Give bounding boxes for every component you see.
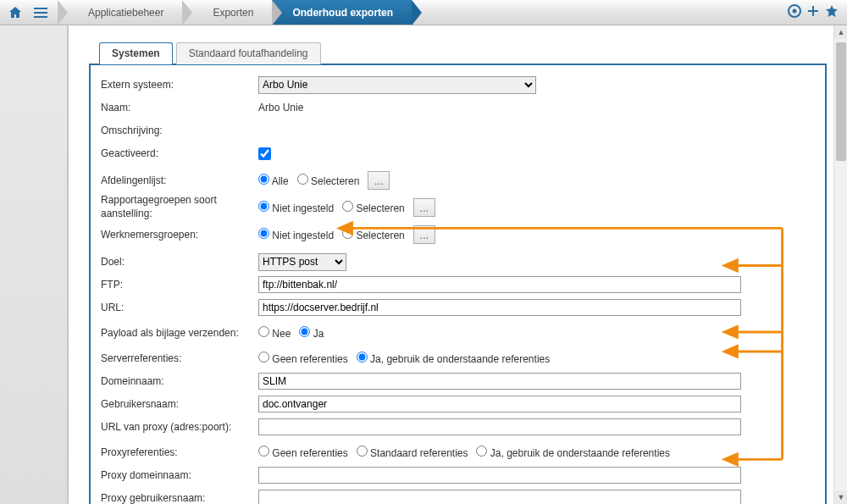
geactiveerd-checkbox[interactable] bbox=[258, 147, 271, 160]
svg-rect-1 bbox=[34, 12, 47, 14]
doel-label: Doel: bbox=[99, 256, 258, 268]
content: Systemen Standaard foutafhandeling Exter… bbox=[68, 25, 847, 504]
werknemers-radio-selecteren[interactable] bbox=[342, 228, 353, 239]
gebruikersnaam-input[interactable] bbox=[258, 396, 741, 413]
werknemers-select-button[interactable]: ... bbox=[413, 225, 435, 244]
werknemers-radio-niet[interactable] bbox=[258, 228, 269, 239]
scroll-down-icon[interactable]: ▼ bbox=[834, 490, 847, 504]
naam-value: Arbo Unie bbox=[258, 102, 303, 114]
serverref-radio-geen[interactable] bbox=[258, 352, 269, 363]
svg-rect-0 bbox=[34, 8, 47, 9]
payload-radio-nee[interactable] bbox=[258, 326, 269, 337]
url-label: URL: bbox=[99, 302, 258, 313]
left-rail bbox=[0, 25, 68, 504]
tab-systemen[interactable]: Systemen bbox=[99, 42, 173, 64]
url-input[interactable] bbox=[258, 299, 741, 316]
proxyref-radio-ja[interactable] bbox=[476, 446, 487, 457]
add-icon[interactable] bbox=[806, 4, 820, 21]
help-icon[interactable] bbox=[788, 4, 801, 21]
werknemers-label: Werknemersgroepen: bbox=[99, 229, 258, 241]
domein-label: Domeinnaam: bbox=[99, 375, 258, 387]
geactiveerd-label: Geactiveerd: bbox=[99, 147, 258, 159]
breadcrumb-onderhoud-exporten[interactable]: Onderhoud exporten bbox=[272, 0, 412, 25]
breadcrumb-label: Applicatiebeheer bbox=[88, 7, 163, 19]
breadcrumb-exporten[interactable]: Exporten bbox=[192, 0, 272, 25]
tabs: Systemen Standaard foutafhandeling bbox=[99, 42, 827, 64]
proxygebruiker-label: Proxy gebruikersnaam: bbox=[99, 492, 258, 504]
proxydomein-label: Proxy domeinnaam: bbox=[99, 469, 258, 481]
serverref-radio-ja[interactable] bbox=[357, 352, 368, 363]
naam-label: Naam: bbox=[99, 102, 258, 114]
rapportage-label: Rapportagegroepen soort aanstelling: bbox=[99, 194, 258, 220]
payload-label: Payload als bijlage verzenden: bbox=[99, 327, 258, 339]
ftp-input[interactable] bbox=[258, 276, 741, 293]
extern-systeem-select[interactable]: Arbo Unie bbox=[258, 76, 536, 94]
afdelingenlijst-label: Afdelingenlijst: bbox=[99, 174, 258, 186]
home-icon[interactable] bbox=[5, 3, 25, 23]
form-panel: Extern systeem: Arbo Unie Naam: Arbo Uni… bbox=[89, 64, 827, 504]
proxygebruiker-input[interactable] bbox=[258, 490, 741, 504]
doel-select[interactable]: HTTPS post bbox=[258, 253, 346, 271]
breadcrumb-label: Onderhoud exporten bbox=[292, 7, 393, 19]
rapportage-radio-niet[interactable] bbox=[258, 201, 269, 212]
urlproxy-input[interactable] bbox=[258, 418, 741, 435]
afdelingen-radio-selecteren[interactable] bbox=[297, 174, 308, 185]
proxyref-label: Proxyreferenties: bbox=[99, 446, 258, 458]
tab-standaard-foutafhandeling[interactable]: Standaard foutafhandeling bbox=[176, 42, 321, 64]
proxyref-radio-geen[interactable] bbox=[258, 446, 269, 457]
omschrijving-label: Omschrijving: bbox=[99, 125, 258, 136]
serverref-label: Serverreferenties: bbox=[99, 352, 258, 364]
rapportage-radio-selecteren[interactable] bbox=[342, 201, 353, 212]
gebruikersnaam-label: Gebruikersnaam: bbox=[99, 398, 258, 410]
proxydomein-input[interactable] bbox=[258, 467, 741, 484]
domein-input[interactable] bbox=[258, 373, 741, 390]
extern-systeem-label: Extern systeem: bbox=[99, 79, 258, 91]
top-toolbar: Applicatiebeheer Exporten Onderhoud expo… bbox=[0, 0, 847, 25]
svg-point-4 bbox=[793, 8, 797, 13]
vertical-scrollbar[interactable]: ▲ ▼ bbox=[833, 25, 847, 504]
scroll-thumb[interactable] bbox=[836, 42, 846, 161]
breadcrumb: Applicatiebeheer Exporten Onderhoud expo… bbox=[53, 0, 412, 25]
rapportage-select-button[interactable]: ... bbox=[413, 198, 435, 217]
payload-radio-ja[interactable] bbox=[299, 326, 310, 337]
ftp-label: FTP: bbox=[99, 279, 258, 291]
breadcrumb-applicatiebeheer[interactable]: Applicatiebeheer bbox=[68, 0, 182, 25]
svg-rect-2 bbox=[34, 16, 47, 18]
menu-icon[interactable] bbox=[30, 3, 51, 23]
star-icon[interactable] bbox=[825, 4, 839, 21]
afdelingen-select-button[interactable]: ... bbox=[368, 171, 390, 190]
scroll-up-icon[interactable]: ▲ bbox=[834, 25, 847, 39]
proxyref-radio-standaard[interactable] bbox=[357, 446, 368, 457]
urlproxy-label: URL van proxy (adres:poort): bbox=[99, 421, 258, 433]
breadcrumb-label: Exporten bbox=[213, 7, 253, 19]
afdelingen-radio-alle[interactable] bbox=[258, 174, 269, 185]
